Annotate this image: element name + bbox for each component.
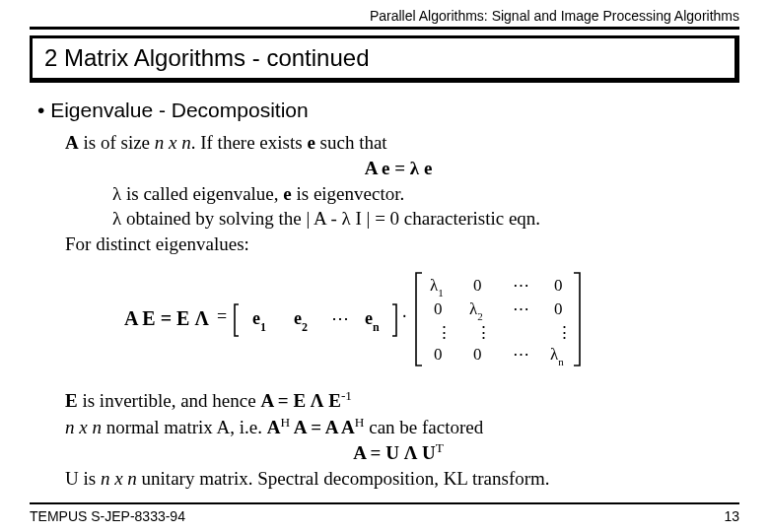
bullet-eigenvalue: Eigenvalue - Decomposition bbox=[37, 97, 732, 124]
text: can be factored bbox=[364, 417, 483, 437]
text: is invertible, and hence bbox=[78, 390, 261, 411]
svg-text:0: 0 bbox=[554, 299, 563, 318]
matrix-equation-row: A E = E Λ = e1 e2 ⋯ en · λ1 0 bbox=[65, 265, 732, 373]
svg-text:0: 0 bbox=[434, 345, 443, 364]
symbol-e: e bbox=[283, 183, 291, 204]
text: such that bbox=[315, 132, 387, 153]
svg-text:λ1: λ1 bbox=[430, 276, 444, 299]
matrix-svg: = e1 e2 ⋯ en · λ1 0 ⋯ 0 bbox=[217, 265, 592, 373]
eq-text: A e = λ e bbox=[365, 158, 433, 178]
footer-left: TEMPUS S-JEP-8333-94 bbox=[30, 508, 185, 524]
svg-text:⋮: ⋮ bbox=[436, 323, 453, 342]
svg-text:=: = bbox=[217, 306, 227, 326]
svg-text:λ2: λ2 bbox=[469, 299, 483, 322]
text: λ is called eigenvalue, bbox=[112, 183, 283, 204]
symbol-E: E bbox=[65, 390, 78, 411]
svg-text:⋯: ⋯ bbox=[331, 308, 349, 328]
svg-text:0: 0 bbox=[473, 345, 482, 364]
footer: TEMPUS S-JEP-8333-94 13 bbox=[30, 502, 739, 524]
svg-text:e2: e2 bbox=[294, 308, 308, 334]
line-4: For distinct eigenvalues: bbox=[65, 232, 732, 257]
slide-container: Parallel Algorithms: Signal and Image Pr… bbox=[0, 0, 769, 532]
text: normal matrix A, i.e. bbox=[102, 417, 267, 437]
line-6: n x n normal matrix A, i.e. AH A = A AH … bbox=[65, 414, 732, 440]
section-title: 2 Matrix Algorithms - continued bbox=[30, 35, 739, 83]
svg-text:λn: λn bbox=[550, 345, 564, 367]
header-running-title: Parallel Algorithms: Signal and Image Pr… bbox=[30, 0, 739, 30]
symbol-e: e bbox=[307, 132, 315, 153]
symbol-A: A bbox=[267, 417, 281, 437]
svg-text:⋯: ⋯ bbox=[513, 276, 529, 295]
equation-A-ULUt: A = U Λ UT bbox=[65, 439, 732, 466]
text: . If there exists bbox=[191, 132, 308, 153]
line-2: λ is called eigenvalue, e is eigenvector… bbox=[65, 181, 732, 207]
body-text: A is of size n x n. If there exists e su… bbox=[37, 130, 732, 492]
svg-text:·: · bbox=[402, 306, 407, 326]
line-5: E is invertible, and hence A = E Λ E-1 bbox=[65, 387, 732, 414]
text: U is bbox=[65, 468, 101, 489]
svg-text:0: 0 bbox=[473, 276, 482, 295]
superscript: -1 bbox=[341, 388, 352, 403]
text: unitary matrix. Spectral decomposition, … bbox=[137, 468, 550, 489]
symbol-A: A bbox=[65, 132, 79, 153]
eq-text: A = E Λ E bbox=[260, 390, 340, 411]
superscript-H: H bbox=[280, 415, 290, 430]
svg-text:0: 0 bbox=[554, 276, 563, 295]
svg-text:en: en bbox=[365, 308, 380, 334]
line-7: U is n x n unitary matrix. Spectral deco… bbox=[65, 466, 732, 492]
svg-text:⋮: ⋮ bbox=[556, 323, 573, 342]
line-3: λ obtained by solving the | A - λ I | = … bbox=[65, 206, 732, 232]
eq-text: A = A A bbox=[290, 417, 355, 437]
text-nxn: n x n bbox=[155, 132, 191, 153]
svg-text:e1: e1 bbox=[252, 308, 266, 334]
svg-text:⋯: ⋯ bbox=[513, 345, 529, 364]
text: is eigenvector. bbox=[292, 183, 405, 204]
content-area: Eigenvalue - Decomposition A is of size … bbox=[30, 83, 739, 492]
svg-text:⋮: ⋮ bbox=[475, 323, 492, 342]
eq-AE-ELambda: A E = E Λ bbox=[124, 305, 209, 332]
line-1: A is of size n x n. If there exists e su… bbox=[65, 130, 732, 156]
svg-text:0: 0 bbox=[434, 299, 443, 318]
equation-Ae-lambda-e: A e = λ e bbox=[65, 156, 732, 181]
text-nxn: n x n bbox=[101, 468, 137, 489]
footer-page-number: 13 bbox=[724, 508, 739, 524]
text: is of size bbox=[79, 132, 155, 153]
eq-text: A = U Λ U bbox=[353, 443, 436, 464]
text-nxn: n x n bbox=[65, 417, 102, 437]
superscript-H: H bbox=[355, 415, 365, 430]
svg-text:⋯: ⋯ bbox=[513, 299, 529, 318]
superscript-T: T bbox=[436, 440, 444, 455]
